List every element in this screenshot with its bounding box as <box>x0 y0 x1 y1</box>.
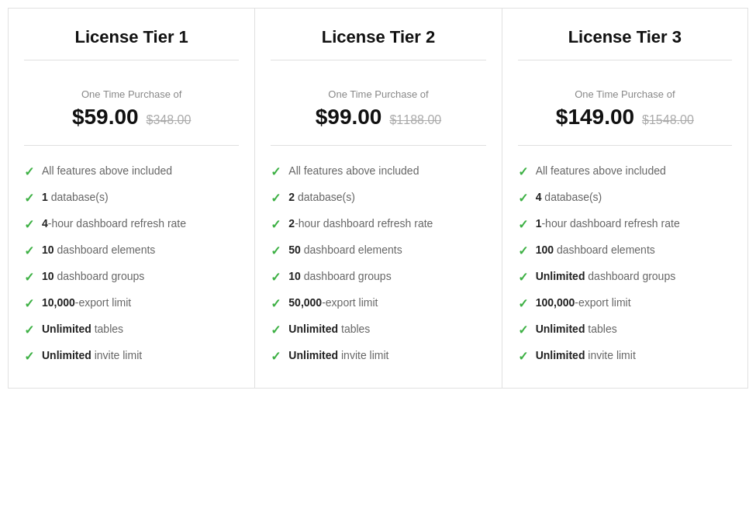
feature-text: 1-hour dashboard refresh rate <box>536 216 680 232</box>
list-item: ✓100,000-export limit <box>518 290 732 316</box>
list-item: ✓Unlimited invite limit <box>24 343 239 369</box>
feature-text: Unlimited dashboard groups <box>536 269 676 285</box>
check-icon: ✓ <box>24 323 34 337</box>
feature-text: Unlimited tables <box>536 322 617 337</box>
tier-card-3: License Tier 3One Time Purchase of$149.0… <box>502 8 748 389</box>
check-icon: ✓ <box>518 296 528 311</box>
price-section-3: One Time Purchase of$149.00$1548.00 <box>518 76 732 146</box>
price-main-3: $149.00 <box>556 105 634 130</box>
price-row-1: $59.00$348.00 <box>24 105 239 130</box>
price-section-2: One Time Purchase of$99.00$1188.00 <box>271 76 485 146</box>
tier-card-1: License Tier 1One Time Purchase of$59.00… <box>8 8 254 389</box>
list-item: ✓50,000-export limit <box>271 290 485 316</box>
features-list-3: ✓All features above included✓4 database(… <box>518 158 732 369</box>
price-main-1: $59.00 <box>72 105 139 130</box>
check-icon: ✓ <box>271 349 281 364</box>
feature-text: All features above included <box>536 164 666 179</box>
list-item: ✓10 dashboard groups <box>271 264 485 290</box>
feature-text: 10,000-export limit <box>42 295 131 311</box>
check-icon: ✓ <box>271 270 281 285</box>
check-icon: ✓ <box>271 323 281 337</box>
list-item: ✓Unlimited dashboard groups <box>518 264 732 290</box>
check-icon: ✓ <box>518 164 528 179</box>
list-item: ✓Unlimited invite limit <box>271 343 485 369</box>
features-list-2: ✓All features above included✓2 database(… <box>271 158 485 369</box>
feature-text: All features above included <box>42 164 172 179</box>
price-row-3: $149.00$1548.00 <box>518 105 732 130</box>
check-icon: ✓ <box>518 217 528 232</box>
feature-text: 2 database(s) <box>288 190 355 206</box>
check-icon: ✓ <box>518 270 528 285</box>
check-icon: ✓ <box>24 270 34 285</box>
check-icon: ✓ <box>518 191 528 206</box>
list-item: ✓All features above included <box>271 158 485 185</box>
list-item: ✓All features above included <box>24 158 239 185</box>
list-item: ✓100 dashboard elements <box>518 237 732 264</box>
price-original-2: $1188.00 <box>389 113 441 127</box>
price-original-1: $348.00 <box>147 113 192 127</box>
tier-title-3: License Tier 3 <box>518 27 732 60</box>
list-item: ✓10 dashboard elements <box>24 237 239 264</box>
check-icon: ✓ <box>24 191 34 206</box>
list-item: ✓10 dashboard groups <box>24 264 239 290</box>
feature-text: Unlimited tables <box>42 322 123 337</box>
pricing-grid: License Tier 1One Time Purchase of$59.00… <box>8 8 748 389</box>
feature-text: All features above included <box>288 164 419 179</box>
check-icon: ✓ <box>271 164 281 179</box>
list-item: ✓2 database(s) <box>271 185 485 211</box>
check-icon: ✓ <box>271 191 281 206</box>
feature-text: 50,000-export limit <box>288 295 378 311</box>
price-row-2: $99.00$1188.00 <box>271 105 485 130</box>
feature-text: Unlimited invite limit <box>536 348 636 364</box>
tier-title-1: License Tier 1 <box>24 27 239 60</box>
check-icon: ✓ <box>518 323 528 337</box>
check-icon: ✓ <box>271 296 281 311</box>
list-item: ✓4-hour dashboard refresh rate <box>24 211 239 237</box>
features-list-1: ✓All features above included✓1 database(… <box>24 158 239 369</box>
list-item: ✓2-hour dashboard refresh rate <box>271 211 485 237</box>
check-icon: ✓ <box>24 349 34 364</box>
feature-text: 1 database(s) <box>42 190 109 206</box>
list-item: ✓Unlimited invite limit <box>518 343 732 369</box>
list-item: ✓1 database(s) <box>24 185 239 211</box>
list-item: ✓10,000-export limit <box>24 290 239 316</box>
list-item: ✓All features above included <box>518 158 732 185</box>
feature-text: 100 dashboard elements <box>536 243 655 258</box>
list-item: ✓Unlimited tables <box>518 316 732 343</box>
feature-text: 4 database(s) <box>536 190 602 206</box>
list-item: ✓50 dashboard elements <box>271 237 485 264</box>
feature-text: Unlimited invite limit <box>288 348 388 364</box>
price-label-1: One Time Purchase of <box>24 88 239 100</box>
feature-text: 4-hour dashboard refresh rate <box>42 216 186 232</box>
check-icon: ✓ <box>24 296 34 311</box>
check-icon: ✓ <box>24 164 34 179</box>
list-item: ✓Unlimited tables <box>24 316 239 343</box>
price-main-2: $99.00 <box>316 105 382 130</box>
feature-text: 50 dashboard elements <box>288 243 402 258</box>
feature-text: 2-hour dashboard refresh rate <box>288 216 433 232</box>
price-original-3: $1548.00 <box>642 113 694 127</box>
price-label-3: One Time Purchase of <box>518 88 732 100</box>
price-section-1: One Time Purchase of$59.00$348.00 <box>24 76 239 146</box>
tier-card-2: License Tier 2One Time Purchase of$99.00… <box>254 8 501 389</box>
check-icon: ✓ <box>271 217 281 232</box>
feature-text: Unlimited tables <box>288 322 370 337</box>
check-icon: ✓ <box>24 244 34 258</box>
feature-text: 10 dashboard groups <box>288 269 391 285</box>
feature-text: 100,000-export limit <box>536 295 631 311</box>
check-icon: ✓ <box>518 244 528 258</box>
tier-title-2: License Tier 2 <box>271 27 485 60</box>
list-item: ✓4 database(s) <box>518 185 732 211</box>
check-icon: ✓ <box>271 244 281 258</box>
feature-text: 10 dashboard groups <box>42 269 144 285</box>
list-item: ✓Unlimited tables <box>271 316 485 343</box>
feature-text: 10 dashboard elements <box>42 243 155 258</box>
price-label-2: One Time Purchase of <box>271 88 485 100</box>
check-icon: ✓ <box>518 349 528 364</box>
feature-text: Unlimited invite limit <box>42 348 142 364</box>
list-item: ✓1-hour dashboard refresh rate <box>518 211 732 237</box>
check-icon: ✓ <box>24 217 34 232</box>
